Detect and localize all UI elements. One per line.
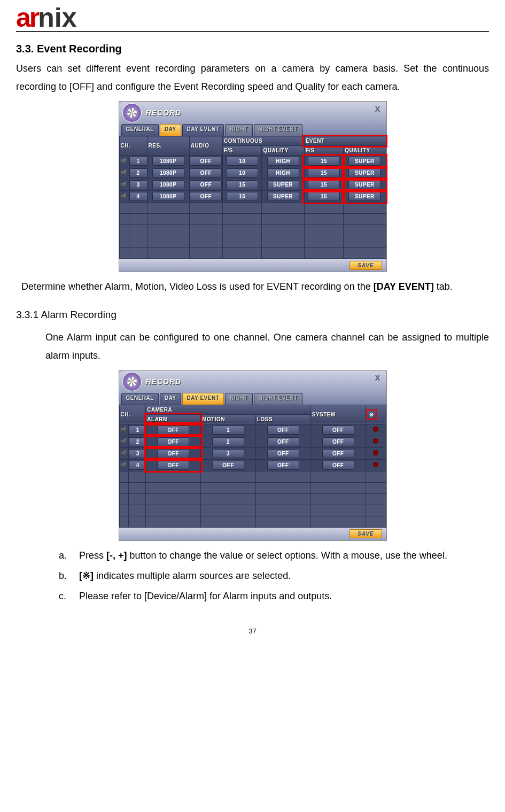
ch-value[interactable]: 2 [129,437,147,446]
alarm-cell: OFF [146,447,201,459]
event-q-value[interactable]: SUPER [348,168,380,177]
res-value[interactable]: 1080P [152,168,184,177]
audio-value[interactable]: OFF [190,192,222,201]
grid-area: CH. RES. AUDIO CONTINUOUS EVENT F/S QUAL… [119,136,386,259]
alarm-value[interactable]: OFF [157,449,189,458]
cont-fs-value[interactable]: 10 [226,157,258,166]
save-button[interactable]: SAVE [349,529,382,538]
ch-cell: 4 [129,191,147,203]
cont-fs-value[interactable]: 15 [226,192,258,201]
motion-value[interactable]: 2 [212,437,244,446]
col-star: ※ [366,405,386,424]
close-icon[interactable]: X [372,105,383,113]
tab-day[interactable]: DAY [160,124,181,136]
logo-text: nix [38,4,76,31]
ch-value[interactable]: 3 [129,180,147,189]
motion-value[interactable]: OFF [212,461,244,470]
star-cell [366,424,386,436]
ch-value[interactable]: 4 [129,461,147,470]
speaker-icon [121,181,127,188]
event-fs-value[interactable]: 15 [308,192,340,201]
res-value[interactable]: 1080P [152,157,184,166]
star-cell [366,436,386,447]
system-value[interactable]: OFF [322,449,354,458]
page-number: 37 [16,627,489,635]
ordered-list: a. Press [-, +] button to change the val… [16,546,489,606]
res-value[interactable]: 1080P [152,192,184,201]
cont-fs-value[interactable]: 10 [226,168,258,177]
tab-night-event[interactable]: NIGHT EVENT [254,393,302,405]
system-value[interactable]: OFF [322,426,354,435]
motion-value[interactable]: 3 [212,449,244,458]
cont-q-value[interactable]: HIGH [267,168,299,177]
speaker-cell [119,167,129,179]
ch-value[interactable]: 3 [129,449,147,458]
cont-q-value[interactable]: HIGH [267,157,299,166]
ch-value[interactable]: 1 [129,157,147,166]
event-fs-value[interactable]: 15 [308,168,340,177]
star-indicator [373,438,378,444]
tab-night-event[interactable]: NIGHT EVENT [254,124,302,136]
ch-cell: 1 [129,156,147,167]
audio-value[interactable]: OFF [190,157,222,166]
alarm-value[interactable]: OFF [157,437,189,446]
loss-cell: OFF [255,447,310,459]
window-titlebar: RECORD X [119,370,386,393]
audio-value[interactable]: OFF [190,168,222,177]
alarm-cell: OFF [146,424,201,436]
tab-day-event[interactable]: DAY EVENT [182,124,224,136]
ch-cell: 4 [128,459,145,471]
ch-value[interactable]: 1 [129,426,147,435]
alarm-value[interactable]: OFF [157,426,189,435]
system-cell: OFF [310,459,366,471]
star-cell [366,459,386,471]
system-value[interactable]: OFF [322,437,354,446]
empty-row [119,248,386,259]
event-q-value[interactable]: SUPER [348,180,380,189]
ch-value[interactable]: 4 [129,192,147,201]
event-fs-value[interactable]: 15 [308,157,340,166]
tab-day[interactable]: DAY [160,393,181,405]
cont-q-value[interactable]: SUPER [267,192,299,201]
tab-day-event[interactable]: DAY EVENT [182,393,224,405]
speaker-cell [119,447,128,459]
col-event-quality: QUALITY [344,146,386,156]
empty-row [119,236,386,248]
loss-value[interactable]: OFF [267,449,299,458]
motion-cell: 2 [201,436,256,447]
tab-general[interactable]: GENERAL [121,124,159,136]
table-row: 2OFF2OFFOFF [119,436,386,447]
empty-row [119,505,386,516]
save-button[interactable]: SAVE [349,261,382,270]
event-q-value[interactable]: SUPER [348,157,380,166]
tab-night[interactable]: NIGHT [225,124,253,136]
res-value[interactable]: 1080P [152,180,184,189]
gear-icon [122,103,142,122]
alarm-value[interactable]: OFF [157,461,189,470]
cont-q-cell: SUPER [262,179,304,191]
event-q-cell: SUPER [344,191,386,203]
loss-value[interactable]: OFF [267,426,299,435]
system-value[interactable]: OFF [322,461,354,470]
event-fs-value[interactable]: 15 [308,180,340,189]
res-cell: 1080P [147,156,189,167]
empty-row [119,482,386,493]
star-cell [366,447,386,459]
table-row: 31080POFF15SUPER15SUPER [119,179,386,191]
event-q-cell: SUPER [344,179,386,191]
audio-value[interactable]: OFF [190,180,222,189]
motion-value[interactable]: 1 [212,426,244,435]
loss-value[interactable]: OFF [267,461,299,470]
close-icon[interactable]: X [372,374,383,382]
tab-general[interactable]: GENERAL [121,393,159,405]
loss-value[interactable]: OFF [267,437,299,446]
cont-fs-cell: 15 [222,179,262,191]
tab-night[interactable]: NIGHT [225,393,253,405]
event-q-value[interactable]: SUPER [348,192,380,201]
res-cell: 1080P [147,167,189,179]
audio-cell: OFF [189,179,222,191]
cont-q-value[interactable]: SUPER [267,180,299,189]
cont-fs-value[interactable]: 15 [226,180,258,189]
ch-value[interactable]: 2 [129,168,147,177]
ch-cell: 2 [129,167,147,179]
